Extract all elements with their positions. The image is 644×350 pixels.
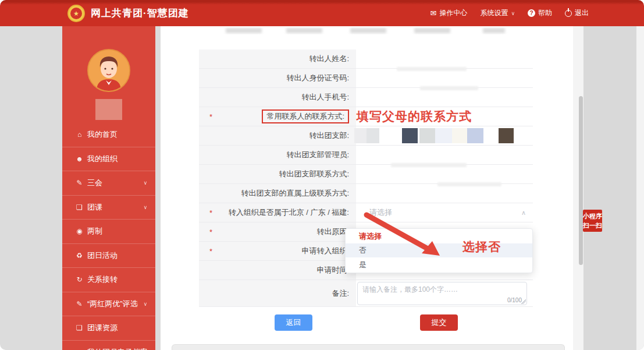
back-button[interactable]: 返回 [275,314,312,331]
annotation-contact-hint: 填写父母的联系方式 [357,108,472,125]
main-content: 转出人姓名: 转出人身份证号码: 转出人手机号: * 常用联系人的联系方式: [161,26,573,350]
chevron-down-icon: ∨ [143,180,147,186]
edit-icon: ✎ [75,300,84,308]
sidebar-item-league-course[interactable]: ❏ 团课 ∨ [62,195,155,220]
row-source-branch-contact: 转出团支部联系方式: [199,165,533,184]
scrollbar-track[interactable] [573,26,583,350]
row-transfer-phone: 转出人手机号: [199,88,533,107]
chevron-down-icon: ∨ [143,301,147,307]
brand: ★ 网上共青团·智慧团建 [67,5,189,22]
remark-textarea[interactable] [358,282,526,305]
sidebar-item-two-systems[interactable]: ◉ 两制 [62,219,155,243]
source-branch-admin-value [356,146,533,164]
sidebar: ⌂ 我的首页 ☻ 我的组织 ✎ 三会 ∨ ❏ 团课 ∨ ◉ 两制 ♻ [62,26,155,350]
users-icon: ☻ [75,155,84,163]
remark-cell: 0/100 [356,280,533,306]
annotation-select-hint: 选择否 [462,239,501,255]
superior-contact-value [356,184,533,203]
dropdown-option-yes[interactable]: 是 [346,257,532,273]
mail-icon: ✉ [430,9,437,17]
folder-icon: ❏ [75,324,84,332]
chevron-up-icon: ∧ [521,209,526,217]
row-superior-contact: 转出团支部的直属上级联系方式: [199,184,533,203]
sidebar-menu: ⌂ 我的首页 ☻ 我的组织 ✎ 三会 ∨ ❏ 团课 ∨ ◉ 两制 ♻ [62,122,155,350]
char-counter: 0/100 [507,297,522,303]
chevron-down-icon: ∨ [511,10,515,16]
power-icon [565,10,572,17]
sidebar-item-member-e-archive[interactable]: ▤ 我的团员电子档案 [62,340,155,350]
resize-handle-icon[interactable] [521,299,526,304]
select-placeholder: 请选择 [356,207,392,218]
app-window: ★ 网上共青团·智慧团建 ✉ 操作中心 系统设置 ∨ ? 帮助 退出 [0,0,644,350]
nav-logout[interactable]: 退出 [565,8,589,18]
league-emblem-logo: ★ [67,5,85,22]
transfer-name-value [356,50,533,68]
submit-button[interactable]: 提交 [420,314,458,331]
row-source-branch-admin: 转出团支部管理员: [199,146,533,165]
row-transfer-id-number: 转出人身份证号码: [199,69,533,88]
steps-bar-redacted [161,27,573,34]
nav-message-center[interactable]: ✉ 操作中心 [430,8,468,18]
help-icon: ? [528,9,535,17]
window-edge [636,26,644,350]
header-nav: ✉ 操作中心 系统设置 ∨ ? 帮助 退出 [430,0,589,26]
app-title: 网上共青团·智慧团建 [91,6,189,20]
app-header: ★ 网上共青团·智慧团建 ✉ 操作中心 系统设置 ∨ ? 帮助 退出 [0,0,644,26]
mini-program-scan-badge[interactable]: 小程序 扫一扫 [583,210,602,232]
dropdown-option-placeholder[interactable]: 请选择 [346,229,532,243]
row-remark: 备注: 0/100 [199,280,533,307]
row-transfer-name: 转出人姓名: [199,50,533,69]
transfer-phone-value [356,88,533,107]
highlighted-label: 常用联系人的联系方式: [262,109,349,123]
username-redacted [95,99,122,120]
sidebar-item-two-red-two-excellent[interactable]: ✎ “两红两优”评选 ∨ [62,292,155,316]
sidebar-item-three-meetings[interactable]: ✎ 三会 ∨ [62,171,155,195]
sidebar-item-home[interactable]: ⌂ 我的首页 [62,122,155,147]
sidebar-item-my-organization[interactable]: ☻ 我的组织 [62,147,155,171]
sidebar-item-relationship-transfer[interactable]: ↻ 关系接转 [62,267,155,292]
edit-icon: ✎ [75,179,84,187]
row-region-question: * 转入组织是否属于北京 / 广东 / 福建: 请选择 ∧ [199,203,533,222]
scrollbar-thumb[interactable] [579,96,583,265]
user-avatar [87,49,130,92]
region-select[interactable]: 请选择 ∧ [356,203,533,222]
sidebar-item-course-resources[interactable]: ❏ 团课资源 [62,316,155,340]
sync-icon: ↻ [75,275,84,284]
folder-icon: ❏ [75,203,84,211]
chevron-down-icon: ∨ [143,204,147,210]
target-icon: ◉ [75,227,84,235]
home-icon: ⌂ [75,130,84,139]
next-section-edge [172,344,565,350]
row-source-branch: 转出团支部: [199,126,533,146]
dropdown-option-no[interactable]: 否 [346,243,532,257]
transfer-id-value [356,69,533,87]
source-branch-contact-value [356,165,533,183]
page-background [583,26,636,350]
nav-system-settings[interactable]: 系统设置 ∨ [480,8,515,18]
source-branch-value-redacted [356,126,533,145]
sidebar-item-league-day-activity[interactable]: ♻ 团日活动 [62,243,155,268]
region-dropdown: 请选择 否 是 [345,228,533,273]
nav-help[interactable]: ? 帮助 [528,8,552,18]
recycle-icon: ♻ [75,252,84,260]
